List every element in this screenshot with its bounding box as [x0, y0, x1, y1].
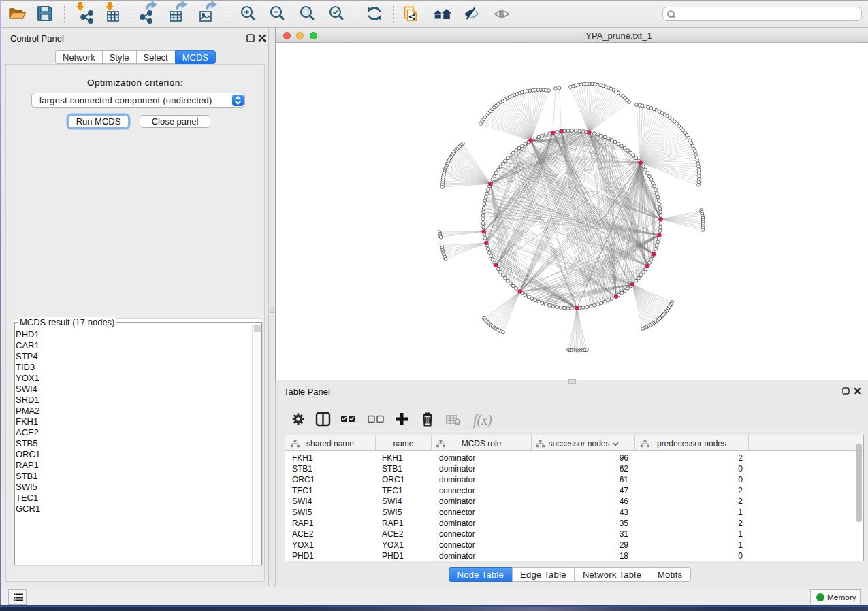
svg-text:f(x): f(x): [473, 412, 492, 428]
